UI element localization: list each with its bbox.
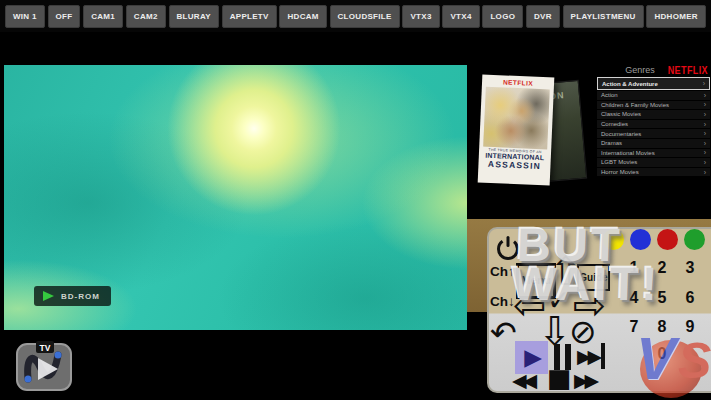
chevron-right-icon: ›: [704, 169, 706, 176]
video-player-window: BD-ROM: [4, 65, 467, 330]
genre-item-international-movies[interactable]: International Movies ›: [597, 149, 710, 158]
return-icon[interactable]: ↷: [490, 317, 517, 349]
chevron-right-icon: ›: [704, 101, 706, 108]
netflix-menu-header: Genres NETFLIX: [597, 62, 710, 77]
toolbar-button-win1[interactable]: WIN 1: [5, 5, 45, 28]
genre-label: Action: [601, 92, 618, 98]
tv-app-icon[interactable]: TV: [16, 340, 74, 396]
fast-forward-button[interactable]: ▶▶: [574, 371, 595, 390]
chevron-right-icon: ›: [703, 80, 705, 87]
digit-6-button[interactable]: 6: [681, 290, 699, 306]
green-button[interactable]: [684, 229, 705, 250]
toolbar-button-vtx3[interactable]: VTX3: [402, 5, 439, 28]
genre-item-horror-movies[interactable]: Horror Movies ›: [597, 168, 710, 177]
stop-button[interactable]: ■: [547, 365, 572, 391]
play-icon: ▶: [524, 346, 542, 369]
toolbar-button-cam1[interactable]: CAM1: [83, 5, 123, 28]
chevron-right-icon: ›: [704, 130, 706, 137]
chevron-right-icon: ›: [704, 111, 706, 118]
genre-item-documentaries[interactable]: Documentaries ›: [597, 129, 710, 138]
toolbar-button-dvr[interactable]: DVR: [526, 5, 560, 28]
rewind-button[interactable]: ◀◀: [512, 371, 533, 390]
chevron-right-icon: ›: [704, 140, 706, 147]
genre-item-children-family[interactable]: Children & Family Movies ›: [597, 101, 710, 110]
red-button[interactable]: [657, 229, 678, 250]
genre-label: Action & Adventure: [602, 81, 658, 87]
toolbar-button-cam2[interactable]: CAM2: [126, 5, 166, 28]
chevron-right-icon: ›: [704, 149, 706, 156]
poster-title-line2: ASSASSIN: [478, 159, 550, 171]
genre-label: International Movies: [601, 150, 655, 156]
genre-item-lgbt-movies[interactable]: LGBT Movies ›: [597, 158, 710, 167]
toolbar-button-appletv[interactable]: APPLETV: [222, 5, 277, 28]
toolbar-button-cloudsfile[interactable]: CLOUDSFILE: [330, 5, 400, 28]
toolbar-button-hdhomer[interactable]: HDHOMER: [646, 5, 705, 28]
vs-logo-letter-v: V: [636, 324, 676, 393]
toolbar-button-off[interactable]: OFF: [48, 5, 81, 28]
genre-item-action[interactable]: Action ›: [597, 91, 710, 100]
poster-artwork: [483, 87, 550, 150]
bd-rom-label: BD-ROM: [61, 292, 100, 301]
genres-heading: Genres: [625, 65, 655, 75]
genre-item-classic-movies[interactable]: Classic Movies ›: [597, 110, 710, 119]
toolbar-button-hdcam[interactable]: HDCAM: [279, 5, 326, 28]
genre-item-comedies[interactable]: Comedies ›: [597, 120, 710, 129]
skip-next-button[interactable]: ▶▶: [577, 343, 605, 369]
genre-label: Classic Movies: [601, 111, 641, 117]
genre-item-action-adventure[interactable]: Action & Adventure ›: [597, 77, 710, 90]
genre-label: Documentaries: [601, 131, 641, 137]
source-toolbar: WIN 1 OFF CAM1 CAM2 BLURAY APPLETV HDCAM…: [0, 0, 711, 32]
channel-up-button[interactable]: Ch↑: [490, 265, 515, 279]
chevron-right-icon: ›: [704, 159, 706, 166]
skip-next-icon: ▶▶: [577, 347, 598, 366]
movie-poster-international-assassin[interactable]: NETFLIX THE TRUE MEMOIRS OF AN INTERNATI…: [478, 74, 555, 185]
app-window: WIN 1 OFF CAM1 CAM2 BLURAY APPLETV HDCAM…: [0, 0, 711, 400]
digit-3-button[interactable]: 3: [681, 260, 699, 276]
genre-item-dramas[interactable]: Dramas ›: [597, 139, 710, 148]
netflix-logo: NETFLIX: [668, 64, 708, 76]
toolbar-button-logo[interactable]: LOGO: [482, 5, 523, 28]
toolbar-button-playlistmenu[interactable]: PLAYLISTMENU: [563, 5, 644, 28]
blue-button[interactable]: [630, 229, 651, 250]
tv-badge-label: TV: [40, 343, 51, 353]
bd-rom-badge: BD-ROM: [34, 286, 111, 306]
vs-logo-watermark: S V: [636, 332, 711, 400]
toolbar-button-bluray[interactable]: BLURAY: [169, 5, 219, 28]
play-icon: [43, 291, 54, 301]
genre-label: Comedies: [601, 121, 628, 127]
chevron-right-icon: ›: [704, 92, 706, 99]
netflix-genre-menu: Genres NETFLIX Action & Adventure › Acti…: [597, 62, 710, 177]
chevron-right-icon: ›: [704, 121, 706, 128]
genre-label: Dramas: [601, 140, 622, 146]
genre-label: Children & Family Movies: [601, 102, 669, 108]
vs-logo-letter-s: S: [678, 332, 711, 390]
genre-label: Horror Movies: [601, 169, 639, 175]
but-wait-overlay-line2: WAIT!: [511, 263, 661, 305]
toolbar-button-vtx4[interactable]: VTX4: [442, 5, 479, 28]
genre-label: LGBT Movies: [601, 159, 637, 165]
